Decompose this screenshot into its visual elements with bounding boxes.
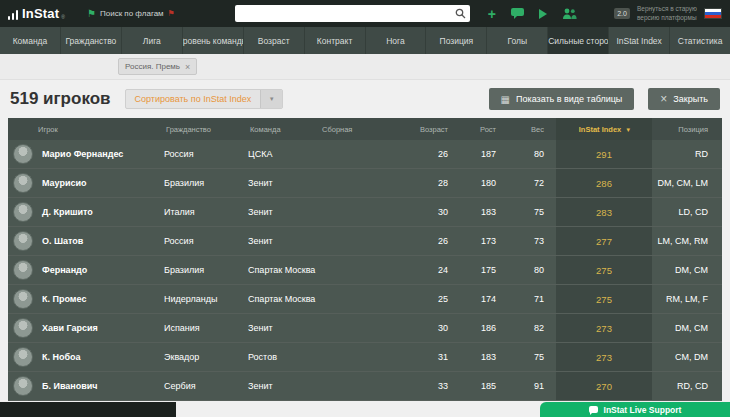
active-filters-row: Россия. Премь × (0, 54, 730, 80)
col-header-player[interactable]: Игрок (8, 125, 164, 134)
nav-filter-tab[interactable]: ⚙ InStat Index (609, 27, 670, 54)
player-name: Фернандо (42, 265, 87, 275)
flag-search-label: Поиск по флагам (100, 9, 164, 18)
age-cell: 24 (416, 265, 460, 275)
registered-mark: ® (61, 14, 65, 20)
players-table: Игрок Гражданство Команда Сборная Возрас… (8, 118, 722, 401)
nav-tab-label: Голы (508, 36, 528, 46)
col-header-citizenship[interactable]: Гражданство (164, 125, 248, 134)
chip-close-icon[interactable]: × (185, 63, 190, 71)
col-header-instat-index[interactable]: InStat Index (556, 118, 652, 140)
instat-logo[interactable]: InStat ® (8, 7, 65, 20)
users-icon[interactable] (562, 8, 577, 19)
player-cell[interactable]: Хави Гарсия (8, 318, 164, 338)
nav-filter-tab[interactable]: ⚙ Нога (366, 27, 427, 54)
team-cell: Зенит (248, 381, 320, 391)
team-cell: Спартак Москва (248, 294, 320, 304)
position-cell: RD (652, 149, 722, 159)
flag-search[interactable]: ⚑ Поиск по флагам ⚑ (87, 9, 175, 19)
citizenship-cell: Эквадор (164, 352, 248, 362)
nav-filter-tab[interactable]: ⚙ Сильные стороны (548, 27, 609, 54)
show-as-table-button[interactable]: Показать в виде таблицы (489, 88, 635, 110)
age-cell: 28 (416, 178, 460, 188)
filter-chip-label: Россия. Премь (125, 62, 180, 71)
table-row[interactable]: О. Шатов Россия Зенит 26 173 73 277 LM, … (8, 227, 722, 256)
citizenship-cell: Бразилия (164, 265, 248, 275)
nav-filter-tab[interactable]: ⚙ Команда (0, 27, 61, 54)
weight-cell: 80 (508, 149, 556, 159)
player-name: Д. Кришито (42, 207, 93, 217)
close-icon (660, 94, 667, 105)
table-row[interactable]: К. Нобоа Эквадор Ростов 31 183 75 273 CM… (8, 343, 722, 372)
col-header-age[interactable]: Возраст (416, 125, 460, 134)
chat-icon[interactable] (511, 8, 524, 19)
player-avatar (13, 173, 33, 193)
live-support-button[interactable]: InStat Live Support (540, 402, 730, 417)
language-flag-icon[interactable] (704, 8, 722, 19)
table-row[interactable]: Д. Кришито Италия Зенит 30 183 75 283 LD… (8, 198, 722, 227)
height-cell: 183 (460, 207, 508, 217)
table-body: Марио Фернандес Россия ЦСКА 26 187 80 29… (8, 140, 722, 401)
nav-tab-label: InStat Index (616, 36, 661, 46)
height-cell: 186 (460, 323, 508, 333)
table-header: Игрок Гражданство Команда Сборная Возрас… (8, 118, 722, 140)
player-cell[interactable]: Маурисио (8, 173, 164, 193)
table-row[interactable]: Хави Гарсия Испания Зенит 30 186 82 273 … (8, 314, 722, 343)
filter-nav: ⚙ Команда ⚙ Гражданство ⚙ Лига ⚙ Уровень… (0, 27, 730, 54)
player-cell[interactable]: О. Шатов (8, 231, 164, 251)
nav-filter-tab[interactable]: ⚙ Контракт (305, 27, 366, 54)
citizenship-cell: Италия (164, 207, 248, 217)
weight-cell: 73 (508, 236, 556, 246)
player-avatar (13, 376, 33, 396)
back-to-old-version-link[interactable]: Вернуться в старую версию платформы (637, 5, 697, 21)
search-input[interactable] (239, 8, 455, 19)
search-icon[interactable] (455, 5, 466, 23)
instat-index-cell: 275 (556, 256, 652, 284)
table-row[interactable]: К. Промес Нидерланды Спартак Москва 25 1… (8, 285, 722, 314)
close-button[interactable]: Закрыть (648, 88, 720, 110)
instat-index-cell: 286 (556, 169, 652, 197)
team-cell: Спартак Москва (248, 265, 320, 275)
nav-filter-tab[interactable]: ⚙ Гражданство (61, 27, 122, 54)
weight-cell: 75 (508, 207, 556, 217)
player-cell[interactable]: Б. Иванович (8, 376, 164, 396)
nav-filter-tab[interactable]: ⚙ Возраст (244, 27, 305, 54)
nav-tab-label: Лига (143, 36, 161, 46)
col-header-weight[interactable]: Вес (508, 125, 556, 134)
col-header-position[interactable]: Позиция (652, 125, 722, 134)
table-row[interactable]: Б. Иванович Сербия Зенит 33 185 91 270 R… (8, 372, 722, 401)
support-chat-icon (589, 406, 598, 413)
nav-tab-label: Возраст (258, 36, 290, 46)
top-bar: InStat ® ⚑ Поиск по флагам ⚑ + 2.0 Верну… (0, 0, 730, 27)
col-header-team[interactable]: Команда (248, 125, 320, 134)
player-name: Б. Иванович (42, 381, 98, 391)
sort-dropdown[interactable]: Сортировать по InStat Index (125, 89, 284, 109)
col-header-national[interactable]: Сборная (320, 125, 416, 134)
player-cell[interactable]: Марио Фернандес (8, 144, 164, 164)
footer: InStat Live Support (0, 402, 730, 417)
filter-chip[interactable]: Россия. Премь × (118, 58, 197, 75)
player-cell[interactable]: К. Промес (8, 289, 164, 309)
play-icon[interactable] (539, 9, 547, 19)
player-cell[interactable]: К. Нобоа (8, 347, 164, 367)
table-row[interactable]: Фернандо Бразилия Спартак Москва 24 175 … (8, 256, 722, 285)
weight-cell: 75 (508, 352, 556, 362)
nav-filter-tab[interactable]: ⚙ Голы (487, 27, 548, 54)
add-icon[interactable]: + (488, 7, 496, 21)
position-cell: CM, DM (652, 352, 722, 362)
player-cell[interactable]: Д. Кришито (8, 202, 164, 222)
table-row[interactable]: Маурисио Бразилия Зенит 28 180 72 286 DM… (8, 169, 722, 198)
nav-filter-tab[interactable]: ⚙ Позиция (426, 27, 487, 54)
chevron-down-icon[interactable] (260, 90, 282, 108)
col-header-height[interactable]: Рост (460, 125, 508, 134)
player-name: Марио Фернандес (42, 149, 123, 159)
height-cell: 175 (460, 265, 508, 275)
version-badge[interactable]: 2.0 (614, 8, 630, 19)
nav-filter-tab[interactable]: ⚙ Уровень команды (183, 27, 244, 54)
nav-filter-tab[interactable]: ⚙ Статистика (670, 27, 730, 54)
instat-index-cell: 273 (556, 314, 652, 342)
citizenship-cell: Испания (164, 323, 248, 333)
player-cell[interactable]: Фернандо (8, 260, 164, 280)
table-row[interactable]: Марио Фернандес Россия ЦСКА 26 187 80 29… (8, 140, 722, 169)
nav-filter-tab[interactable]: ⚙ Лига (122, 27, 183, 54)
